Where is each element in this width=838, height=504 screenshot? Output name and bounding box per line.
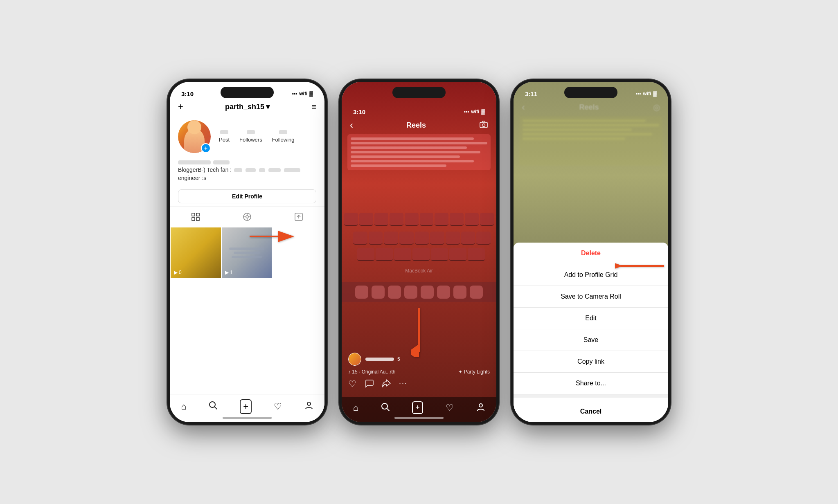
p1-followers-count-placeholder: [247, 130, 255, 134]
p1-tab-tagged[interactable]: [273, 207, 324, 227]
p2-camera-icon[interactable]: [479, 120, 488, 131]
p1-bio-dash2: [246, 168, 256, 172]
p3-header-blurred: ‹ Reels ◎: [514, 100, 668, 116]
p1-following-label: Following: [272, 137, 295, 143]
key: [446, 232, 460, 245]
p1-video-count-2: ▶ 1: [225, 270, 233, 275]
notch-3: [564, 87, 617, 98]
key: [450, 213, 464, 226]
p2-laptop-label: MacBook Air: [342, 267, 496, 274]
p3-copy-link-button[interactable]: Copy link: [514, 351, 668, 373]
p3-cancel-label: Cancel: [580, 408, 601, 415]
key: [384, 232, 398, 245]
p1-video-num-2: 1: [230, 270, 233, 275]
key: [431, 248, 448, 261]
p3-signal-icon: ▪▪▪: [635, 91, 641, 97]
p2-username-bar: [365, 358, 394, 361]
p1-bio-dash4: [268, 168, 281, 172]
p1-nav-home[interactable]: ⌂: [181, 401, 186, 412]
p1-grid-item-1[interactable]: ▶ 0: [171, 227, 221, 278]
dock-icon: [470, 286, 483, 299]
p1-tab-reels[interactable]: [221, 207, 273, 227]
p2-status-icons: ▪▪▪ wifi ▓: [464, 109, 485, 115]
p2-nav-search[interactable]: [381, 403, 390, 413]
p2-share-button[interactable]: [382, 379, 391, 390]
p2-nav-profile[interactable]: [476, 403, 485, 413]
key: [344, 213, 358, 226]
svg-rect-3: [196, 213, 199, 216]
p3-edit-button[interactable]: Edit: [514, 308, 668, 329]
p1-bio-dash3: [259, 168, 265, 172]
p2-header: ‹ Reels: [342, 118, 496, 134]
p1-bio-dash5: [284, 168, 300, 172]
p1-username: parth_sh15: [225, 103, 264, 111]
p1-nav-add[interactable]: +: [240, 399, 252, 414]
p2-back-icon[interactable]: ‹: [350, 119, 353, 131]
p1-add-story-badge[interactable]: +: [201, 143, 211, 153]
p3-save-camera-roll-button[interactable]: Save to Camera Roll: [514, 286, 668, 308]
p2-nav-add[interactable]: +: [412, 401, 423, 414]
p1-stat-following[interactable]: Following: [272, 130, 295, 143]
battery-icon-1: ▓: [309, 91, 313, 97]
p1-following-count-placeholder: [279, 130, 287, 134]
p1-tabs: [170, 207, 324, 227]
p2-comment-button[interactable]: [365, 379, 374, 390]
p1-tab-grid[interactable]: [170, 207, 221, 227]
p2-nav-heart[interactable]: ♡: [446, 403, 454, 413]
key: [405, 213, 419, 226]
p3-title-blurred: Reels: [579, 103, 599, 112]
p3-save-camera-label: Save to Camera Roll: [561, 293, 621, 300]
dock-icon: [437, 286, 450, 299]
p2-article-text: [347, 134, 491, 170]
svg-rect-2: [192, 213, 195, 216]
p2-post-count: 5: [397, 356, 400, 362]
key: [376, 248, 393, 261]
p3-save-button[interactable]: Save: [514, 329, 668, 351]
key: [476, 232, 491, 245]
key: [374, 213, 388, 226]
p1-chevron-icon: ▾: [266, 102, 270, 111]
p3-share-to-button[interactable]: Share to...: [514, 373, 668, 394]
p2-audio-effect: ✦ Party Lights: [458, 369, 490, 375]
phone-3-screen: 3:11 ▪▪▪ wifi ▓ ‹ Reels ◎: [514, 82, 668, 422]
phone-3: 3:11 ▪▪▪ wifi ▓ ‹ Reels ◎: [511, 79, 671, 425]
p2-article-overlay: 3:10 ▪▪▪ wifi ▓ ‹ Reels: [342, 100, 496, 170]
p3-menu-divider: [514, 394, 668, 398]
p1-stat-posts[interactable]: Post: [219, 130, 230, 143]
p1-followers-label: Followers: [239, 137, 262, 143]
p1-edit-profile-button[interactable]: Edit Profile: [178, 189, 316, 203]
p3-share-to-label: Share to...: [576, 380, 606, 387]
p1-video-num-1: 0: [179, 270, 182, 275]
key: [353, 232, 367, 245]
svg-line-21: [387, 408, 389, 411]
p2-action-row: ♡ ···: [342, 376, 496, 394]
p3-wifi-icon: wifi: [643, 91, 651, 97]
p1-nav-profile[interactable]: [304, 401, 313, 412]
p1-stats: Post Followers Following: [219, 130, 295, 143]
p3-status-time: 3:11: [525, 90, 537, 97]
p1-photo-grid: ▶ 0 ▶ 1: [170, 227, 324, 279]
p3-cancel-button[interactable]: Cancel: [514, 401, 668, 422]
notch-1: [221, 87, 274, 98]
svg-rect-5: [196, 218, 199, 220]
svg-point-15: [307, 402, 311, 405]
p2-more-button[interactable]: ···: [399, 379, 408, 390]
p1-nav-search[interactable]: [209, 401, 218, 412]
p1-add-icon[interactable]: +: [178, 101, 183, 112]
p1-name-line2: [213, 160, 230, 164]
p1-username-dropdown[interactable]: parth_sh15 ▾: [225, 102, 270, 111]
p1-stat-followers[interactable]: Followers: [239, 130, 262, 143]
key: [412, 248, 430, 261]
p3-article-blurred: [519, 116, 662, 165]
p2-home-indicator: [394, 417, 444, 419]
p1-navbar: + parth_sh15 ▾ ≡: [170, 100, 324, 116]
key: [394, 248, 411, 261]
key: [420, 213, 434, 226]
p1-bio-line1: BloggerB-) Tech fan :: [178, 166, 316, 174]
notch-2: [392, 87, 446, 98]
p2-nav-home[interactable]: ⌂: [353, 403, 358, 413]
p2-audio-likes: ♪ 15 · Original Au...rth: [348, 369, 395, 375]
p1-menu-icon[interactable]: ≡: [311, 102, 316, 112]
p2-like-button[interactable]: ♡: [348, 379, 356, 390]
p1-nav-heart[interactable]: ♡: [274, 401, 282, 412]
